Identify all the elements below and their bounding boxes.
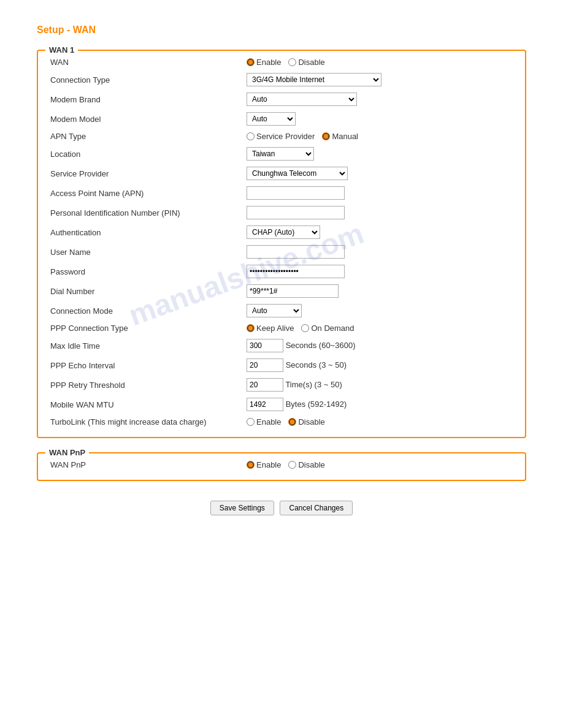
wan-pnp-disable-radio[interactable]	[288, 461, 296, 469]
turbolink-disable-label: Disable	[298, 417, 324, 427]
turbolink-enable-radio-item: Enable	[247, 417, 281, 427]
apn-label: Access Point Name (APN)	[45, 183, 242, 203]
location-label: Location	[45, 144, 242, 164]
apn-input[interactable]	[247, 186, 345, 200]
mobile-mtu-row: Mobile WAN MTU Bytes (592-1492)	[45, 395, 518, 414]
apn-manual-radio[interactable]	[322, 132, 330, 140]
auth-row: Authentication CHAP (Auto)	[45, 222, 518, 242]
connection-type-select[interactable]: 3G/4G Mobile Internet	[247, 73, 381, 86]
apn-type-label: APN Type	[45, 129, 242, 144]
ppp-retry-input[interactable]	[247, 378, 283, 392]
wan-disable-label: Disable	[298, 58, 324, 67]
cancel-changes-button[interactable]: Cancel Changes	[280, 501, 353, 515]
wan1-legend: WAN 1	[45, 45, 78, 55]
pin-input[interactable]	[247, 206, 345, 219]
page-title: Setup - WAN	[37, 25, 526, 36]
mobile-mtu-input[interactable]	[247, 398, 283, 411]
password-label: Password	[45, 262, 242, 281]
wan-enable-label: Enable	[256, 58, 281, 67]
apn-manual-radio-item: Manual	[322, 132, 358, 141]
conn-mode-label: Connection Mode	[45, 301, 242, 320]
wan-row: WAN Enable Disable	[45, 55, 518, 70]
modem-brand-row: Modem Brand Auto	[45, 89, 518, 109]
pin-label: Personal Identification Number (PIN)	[45, 203, 242, 222]
max-idle-time-label: Max Idle Time	[45, 336, 242, 355]
modem-model-row: Modem Model Auto	[45, 109, 518, 129]
ppp-keep-alive-radio-item: Keep Alive	[247, 324, 294, 333]
max-idle-time-row: Max Idle Time Seconds (60~3600)	[45, 336, 518, 355]
ppp-on-demand-label: On Demand	[311, 324, 354, 333]
dial-number-label: Dial Number	[45, 281, 242, 301]
turbolink-enable-radio[interactable]	[247, 418, 255, 426]
location-select[interactable]: Taiwan	[247, 147, 314, 161]
ppp-conn-type-label: PPP Connection Type	[45, 320, 242, 336]
turbolink-row: TurboLink (This might increase data char…	[45, 414, 518, 430]
ppp-on-demand-radio-item: On Demand	[301, 324, 354, 333]
wan1-section: WAN 1 WAN Enable Disable	[37, 45, 526, 438]
modem-model-select[interactable]: Auto	[247, 112, 296, 126]
modem-brand-label: Modem Brand	[45, 89, 242, 109]
wan-pnp-table: WAN PnP Enable Disable	[45, 457, 518, 472]
apn-row: Access Point Name (APN)	[45, 183, 518, 203]
wan-pnp-enable-radio[interactable]	[247, 461, 255, 469]
service-provider-select[interactable]: Chunghwa Telecom	[247, 167, 348, 180]
service-provider-row: Service Provider Chunghwa Telecom	[45, 164, 518, 183]
wan-enable-radio[interactable]	[247, 58, 255, 66]
max-idle-time-unit: Seconds (60~3600)	[286, 341, 356, 350]
ppp-keep-alive-label: Keep Alive	[256, 324, 294, 333]
ppp-echo-row: PPP Echo Interval Seconds (3 ~ 50)	[45, 355, 518, 375]
apn-service-provider-label: Service Provider	[256, 132, 315, 141]
ppp-on-demand-radio[interactable]	[301, 324, 309, 332]
apn-type-row: APN Type Service Provider Manual	[45, 129, 518, 144]
wan-disable-radio-item: Disable	[288, 58, 324, 67]
password-row: Password	[45, 262, 518, 281]
ppp-retry-unit: Time(s) (3 ~ 50)	[285, 380, 342, 389]
location-row: Location Taiwan	[45, 144, 518, 164]
ppp-conn-type-row: PPP Connection Type Keep Alive On Demand	[45, 320, 518, 336]
pin-row: Personal Identification Number (PIN)	[45, 203, 518, 222]
mobile-mtu-unit: Bytes (592-1492)	[286, 400, 347, 409]
auth-label: Authentication	[45, 222, 242, 242]
mobile-mtu-label: Mobile WAN MTU	[45, 395, 242, 414]
conn-mode-row: Connection Mode Auto	[45, 301, 518, 320]
service-provider-label: Service Provider	[45, 164, 242, 183]
turbolink-disable-radio[interactable]	[288, 418, 296, 426]
wan-disable-radio[interactable]	[288, 58, 296, 66]
password-input[interactable]	[247, 265, 345, 278]
apn-manual-label: Manual	[332, 132, 358, 141]
ppp-echo-label: PPP Echo Interval	[45, 355, 242, 375]
apn-service-provider-radio[interactable]	[247, 132, 255, 140]
wan-enable-radio-item: Enable	[247, 58, 281, 67]
wan-pnp-enable-label: Enable	[256, 460, 281, 469]
wan-pnp-label: WAN PnP	[45, 457, 242, 472]
wan-pnp-enable-radio-item: Enable	[247, 460, 281, 469]
wan1-table: WAN Enable Disable	[45, 55, 518, 430]
dial-number-input[interactable]	[247, 284, 339, 298]
turbolink-enable-label: Enable	[256, 417, 281, 427]
ppp-echo-input[interactable]	[247, 358, 283, 372]
ppp-retry-label: PPP Retry Threshold	[45, 375, 242, 395]
auth-select[interactable]: CHAP (Auto)	[247, 226, 320, 239]
max-idle-time-input[interactable]	[247, 339, 283, 352]
wan-pnp-section: WAN PnP WAN PnP Enable Disable	[37, 448, 526, 481]
wan-pnp-row: WAN PnP Enable Disable	[45, 457, 518, 472]
ppp-retry-row: PPP Retry Threshold Time(s) (3 ~ 50)	[45, 375, 518, 395]
wan-label: WAN	[45, 55, 242, 70]
dial-number-row: Dial Number	[45, 281, 518, 301]
turbolink-disable-radio-item: Disable	[288, 417, 324, 427]
ppp-keep-alive-radio[interactable]	[247, 324, 255, 332]
wan-pnp-disable-label: Disable	[298, 460, 324, 469]
connection-type-row: Connection Type 3G/4G Mobile Internet	[45, 70, 518, 89]
username-row: User Name	[45, 242, 518, 262]
wan-pnp-legend: WAN PnP	[45, 448, 89, 457]
apn-service-provider-radio-item: Service Provider	[247, 132, 315, 141]
save-settings-button[interactable]: Save Settings	[210, 501, 274, 515]
ppp-echo-unit: Seconds (3 ~ 50)	[286, 360, 347, 370]
conn-mode-select[interactable]: Auto	[247, 304, 302, 317]
button-row: Save Settings Cancel Changes	[37, 491, 526, 520]
username-label: User Name	[45, 242, 242, 262]
username-input[interactable]	[247, 245, 345, 259]
connection-type-label: Connection Type	[45, 70, 242, 89]
wan-pnp-disable-radio-item: Disable	[288, 460, 324, 469]
modem-brand-select[interactable]: Auto	[247, 93, 357, 106]
